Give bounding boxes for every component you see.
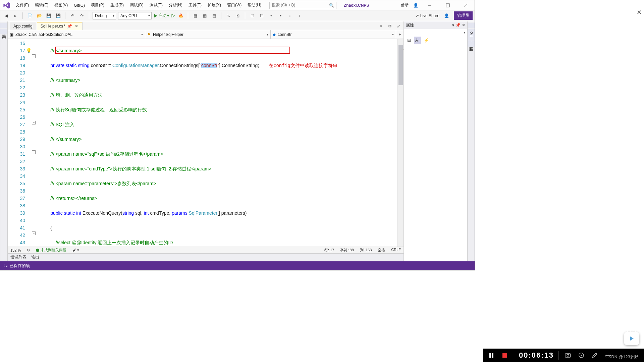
- tb-icon-3[interactable]: ▤: [210, 12, 218, 19]
- menu-file[interactable]: 文件(F): [13, 1, 32, 9]
- left-rail-toolbox[interactable]: 工具箱: [0, 29, 7, 34]
- tb-icon-8[interactable]: ᛭: [267, 12, 275, 19]
- tb-icon-11[interactable]: ↕: [296, 12, 303, 19]
- video-play-bubble[interactable]: [624, 332, 639, 345]
- rec-tool-pencil-icon[interactable]: [590, 351, 599, 360]
- outline-margin[interactable]: − − − −: [31, 39, 37, 247]
- minimize-button[interactable]: [423, 1, 436, 9]
- liveshare-button[interactable]: ↗ Live Share: [416, 13, 439, 18]
- save-button[interactable]: 💾: [45, 12, 52, 19]
- dirty-indicator: *: [64, 24, 65, 29]
- indent-mode[interactable]: 空格: [378, 248, 385, 253]
- redo-button[interactable]: ↷: [78, 12, 86, 19]
- tab-settings-icon[interactable]: ⚙: [386, 22, 393, 30]
- tab-overflow-icon[interactable]: ▾: [377, 22, 385, 30]
- code-surface[interactable]: /// </summary> private static string con…: [37, 39, 397, 247]
- tb-icon-9[interactable]: ᛭: [277, 12, 284, 19]
- close-tab-icon[interactable]: ✕: [74, 24, 79, 29]
- right-rail-solution-explorer[interactable]: 解决方案资源管理器: [468, 23, 475, 28]
- menu-debug[interactable]: 调试(D): [127, 1, 146, 9]
- tab-sqlhelper[interactable]: SqlHelper.cs* 📌 ✕: [37, 22, 83, 30]
- tab-app-config[interactable]: App.config: [10, 22, 36, 30]
- panel-close-icon[interactable]: ✕: [462, 23, 465, 28]
- menu-edit[interactable]: 编辑(E): [32, 1, 51, 9]
- menu-help[interactable]: 帮助(H): [245, 1, 264, 9]
- start-debug-button[interactable]: 启动 ▾: [154, 13, 169, 18]
- maximize-button[interactable]: [441, 1, 454, 9]
- search-input[interactable]: 搜索 (Ctrl+Q) 🔍: [269, 2, 336, 9]
- menu-window[interactable]: 窗口(W): [224, 1, 244, 9]
- fold-toggle[interactable]: −: [32, 150, 36, 154]
- right-rail-git-changes[interactable]: Git 更改: [468, 29, 475, 41]
- panel-dropdown-icon[interactable]: ▾: [452, 23, 454, 28]
- config-value: Debug: [95, 13, 107, 18]
- outer-close-icon[interactable]: ✕: [634, 7, 644, 17]
- nav-back-button[interactable]: ◀: [2, 12, 10, 19]
- eol-mode[interactable]: CRLF: [391, 248, 401, 253]
- menu-test[interactable]: 测试(T): [147, 1, 165, 9]
- start-label: 启动: [158, 13, 166, 18]
- nav-split-button[interactable]: ＋: [396, 30, 404, 39]
- tb-icon-5[interactable]: ⎘: [234, 12, 241, 19]
- menu-git[interactable]: Git(G): [71, 2, 88, 9]
- start-nodebug-button[interactable]: [171, 14, 175, 18]
- tb-icon-4[interactable]: ↘: [225, 12, 232, 19]
- left-rail-server-explorer[interactable]: 服务器资源管理器: [0, 23, 7, 28]
- hot-reload-button[interactable]: 🔥: [177, 12, 184, 19]
- tb-icon-2[interactable]: ▦: [201, 12, 208, 19]
- menu-analyze[interactable]: 分析(N): [166, 1, 185, 9]
- fold-toggle[interactable]: −: [32, 54, 36, 58]
- menu-build[interactable]: 生成(B): [108, 1, 126, 9]
- pause-button[interactable]: [487, 351, 496, 360]
- properties-panel: 属性 ▾ 📌 ✕ ▤ A↓ ⚡: [404, 21, 467, 261]
- properties-grid[interactable]: [404, 44, 467, 261]
- tb-icon-1[interactable]: ▦: [192, 12, 199, 19]
- vertical-scrollbar[interactable]: [397, 39, 404, 247]
- menu-ext[interactable]: 扩展(X): [205, 1, 224, 9]
- right-rail-diagnostics[interactable]: 诊断工具: [468, 41, 475, 47]
- tb-icon-10[interactable]: ↕: [286, 12, 293, 19]
- properties-title: 属性: [406, 22, 414, 28]
- tb-icon-6[interactable]: ☐: [249, 12, 256, 19]
- menu-view[interactable]: 视图(V): [52, 1, 70, 9]
- issues-indicator-icon[interactable]: ⊘: [27, 248, 30, 252]
- undo-button[interactable]: ↶: [69, 12, 76, 19]
- nav-member-dropdown[interactable]: ◆connStr: [271, 30, 396, 39]
- menu-tools[interactable]: 工具(T): [186, 1, 204, 9]
- panel-pin-icon[interactable]: 📌: [455, 23, 461, 28]
- nav-fwd-button[interactable]: ▸: [12, 12, 19, 19]
- document-tabs: App.config SqlHelper.cs* 📌 ✕ ▾ ⚙ ⤢: [8, 21, 404, 30]
- brush-icon[interactable]: 🖌 ▾: [72, 248, 79, 252]
- nav-member-label: connStr: [278, 32, 291, 37]
- pin-icon[interactable]: 📌: [67, 24, 72, 29]
- stop-button[interactable]: [500, 351, 509, 360]
- zoom-level[interactable]: 132 %: [10, 248, 21, 252]
- lightbulb-icon[interactable]: 💡: [26, 47, 32, 54]
- config-dropdown[interactable]: Debug: [93, 12, 116, 19]
- tb-icon-7[interactable]: ☐: [258, 12, 265, 19]
- account-icon[interactable]: 👤: [413, 3, 418, 8]
- properties-object-dropdown[interactable]: [404, 29, 467, 36]
- new-project-button[interactable]: 📄: [26, 12, 34, 19]
- prop-categorized-icon[interactable]: ▤: [405, 37, 413, 44]
- fold-toggle[interactable]: −: [32, 121, 36, 124]
- signin-link[interactable]: 登录: [400, 2, 409, 8]
- solution-name: Zhaoxi.CNPS: [344, 3, 369, 8]
- platform-dropdown[interactable]: Any CPU: [118, 12, 152, 19]
- save-all-button[interactable]: 💾: [54, 12, 62, 19]
- prop-alpha-icon[interactable]: A↓: [414, 37, 421, 44]
- nav-class-dropdown[interactable]: ⚑Helper.SqlHelper: [145, 30, 271, 39]
- menu-project[interactable]: 项目(P): [88, 1, 107, 9]
- feedback-icon[interactable]: 👤: [444, 13, 449, 18]
- close-button[interactable]: [459, 1, 473, 9]
- tab-error-list[interactable]: 错误列表: [10, 254, 26, 260]
- code-editor[interactable]: 💡 16171819202122232425262728293031323334…: [8, 39, 404, 247]
- rec-tool-camera-icon[interactable]: [564, 351, 572, 360]
- rec-tool-target-icon[interactable]: [577, 351, 586, 360]
- tab-expand-icon[interactable]: ⤢: [395, 22, 402, 30]
- open-button[interactable]: 📂: [36, 12, 43, 19]
- prop-events-icon[interactable]: ⚡: [423, 37, 430, 44]
- nav-namespace-dropdown[interactable]: ▣Zhaoxi.CaiNiaoPostStation.DAL: [8, 30, 145, 39]
- fold-toggle[interactable]: −: [32, 231, 36, 235]
- tab-output[interactable]: 输出: [31, 254, 39, 260]
